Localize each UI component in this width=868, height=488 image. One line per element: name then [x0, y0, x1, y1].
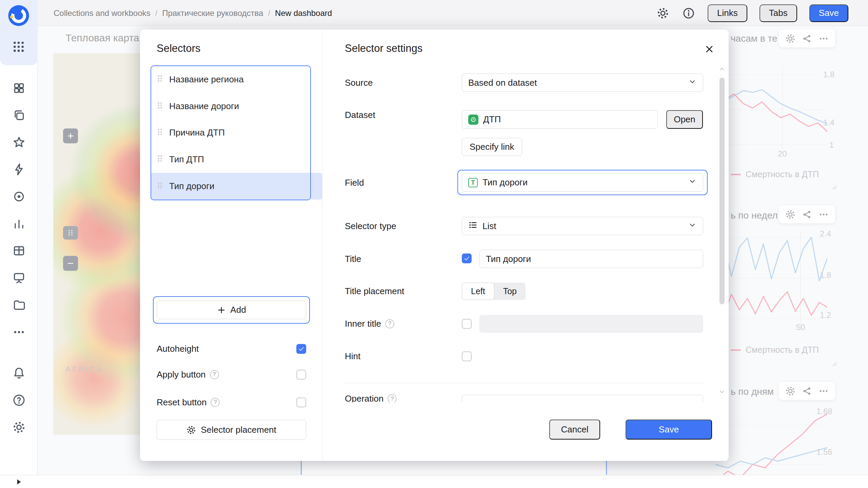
scrollbar-thumb[interactable] [719, 78, 725, 304]
reset-button-row: Reset button? [157, 395, 306, 410]
operation-select[interactable] [462, 395, 703, 402]
operation-row-clipped: Operation ? [345, 388, 703, 402]
star-icon[interactable] [13, 136, 25, 149]
plus-icon [217, 305, 226, 315]
autoheight-label: Autoheight [157, 344, 199, 354]
presentation-icon[interactable] [13, 271, 25, 284]
selector-item-label: Тип ДТП [169, 154, 204, 165]
hint-checkbox[interactable] [462, 351, 472, 361]
tabs-button[interactable]: Tabs [760, 4, 797, 22]
field-label: Field [345, 178, 364, 187]
selector-list-item[interactable]: ⠿ Название дороги [151, 93, 310, 120]
reset-button-checkbox[interactable] [296, 398, 306, 407]
monitoring-icon[interactable] [13, 190, 25, 203]
breadcrumb-collections[interactable]: Collections and workbooks [54, 8, 150, 18]
field-select[interactable]: T Тип дороги [462, 173, 703, 192]
selector-list-item[interactable]: ⠿ Тип ДТП [151, 146, 310, 173]
chevron-down-icon [688, 77, 697, 88]
selector-item-label: Причина ДТП [169, 127, 225, 138]
title-input[interactable] [479, 250, 703, 268]
add-button-highlight: Add [153, 296, 310, 324]
bell-icon[interactable] [13, 367, 25, 380]
selector-item-label: Тип дороги [169, 181, 214, 191]
dataset-icon [468, 115, 478, 125]
placement-left-option[interactable]: Left [462, 283, 494, 300]
sidebar-nav [0, 82, 38, 339]
chevron-down-icon [688, 221, 697, 232]
more-icon[interactable] [13, 326, 25, 339]
title-label: Title [345, 254, 361, 264]
header-save-button[interactable]: Save [809, 4, 848, 22]
header-actions: Links Tabs Save [656, 0, 848, 26]
apps-grid-icon[interactable] [12, 40, 25, 54]
breadcrumb-separator: / [155, 8, 157, 18]
folder-icon[interactable] [13, 299, 25, 311]
drag-handle-icon[interactable]: ⠿ [157, 154, 163, 165]
drag-handle-icon[interactable]: ⠿ [157, 127, 163, 138]
help-icon[interactable]: ? [388, 394, 397, 402]
title-checkbox[interactable] [462, 253, 472, 263]
selectors-panel: Selectors ⠿ Название региона ⠿ Название … [140, 29, 323, 461]
autoheight-checkbox[interactable] [296, 344, 306, 354]
selector-item-label: Название региона [169, 74, 244, 85]
dialog-save-button[interactable]: Save [626, 420, 712, 440]
help-icon[interactable] [13, 394, 25, 407]
breadcrumb: Collections and workbooks / Практические… [54, 0, 332, 26]
autoheight-row: Autoheight [157, 341, 306, 356]
inner-title-checkbox[interactable] [462, 319, 472, 329]
selector-type-label: Selector type [345, 221, 396, 231]
apply-button-row: Apply button? [157, 367, 306, 382]
add-button-label: Add [230, 305, 246, 315]
close-icon[interactable] [703, 42, 716, 56]
scroll-down-icon[interactable] [718, 388, 726, 395]
selected-item-highlight [311, 173, 322, 200]
breadcrumb-current: New dashboard [275, 8, 332, 18]
dataset-value: ДТП [483, 114, 501, 125]
selector-type-select[interactable]: List [462, 217, 703, 235]
widgets-icon[interactable] [13, 82, 25, 95]
selectors-dialog: Selectors ⠿ Название региона ⠿ Название … [140, 29, 729, 461]
chevron-down-icon [688, 177, 697, 188]
expand-icon[interactable] [14, 477, 23, 486]
breadcrumb-guides[interactable]: Практические руководства [162, 8, 263, 18]
drag-handle-icon[interactable]: ⠿ [157, 101, 163, 111]
gear-icon [186, 425, 196, 435]
selector-list-item[interactable]: ⠿ Название региона [151, 66, 310, 93]
inner-title-label: Inner title ? [345, 319, 394, 328]
scroll-up-icon[interactable] [718, 65, 726, 73]
copy-layers-icon[interactable] [13, 109, 25, 122]
dataset-field[interactable]: ДТП [462, 110, 658, 129]
settings-icon[interactable] [13, 421, 25, 434]
settings-panel-title: Selector settings [345, 42, 422, 55]
help-icon[interactable]: ? [211, 398, 220, 407]
table-icon[interactable] [13, 244, 25, 257]
selectors-list: ⠿ Название региона ⠿ Название дороги ⠿ П… [151, 65, 311, 200]
lightning-icon[interactable] [13, 163, 25, 176]
cancel-button[interactable]: Cancel [549, 420, 600, 440]
selector-list-item-selected[interactable]: ⠿ Тип дороги [151, 173, 310, 200]
title-placement-segmented: Left Top [462, 283, 526, 300]
info-icon[interactable] [682, 6, 695, 20]
specify-link-button[interactable]: Specify link [462, 138, 522, 156]
drag-handle-icon[interactable]: ⠿ [157, 181, 163, 191]
open-dataset-button[interactable]: Open [666, 110, 703, 129]
datalens-logo-icon[interactable] [8, 5, 29, 26]
bar-chart-icon[interactable] [13, 217, 25, 230]
source-label: Source [345, 78, 373, 87]
breadcrumb-separator: / [268, 8, 270, 18]
links-button[interactable]: Links [708, 4, 747, 22]
selector-type-value: List [482, 221, 496, 231]
add-selector-button[interactable]: Add [157, 301, 306, 319]
selector-item-label: Название дороги [169, 101, 239, 111]
settings-icon[interactable] [656, 6, 670, 20]
selector-placement-button[interactable]: Selector placement [157, 420, 306, 440]
drag-handle-icon[interactable]: ⠿ [157, 74, 163, 85]
apply-button-checkbox[interactable] [296, 370, 306, 380]
help-icon[interactable]: ? [385, 319, 394, 328]
placement-top-option[interactable]: Top [494, 283, 526, 300]
source-select[interactable]: Based on dataset [462, 74, 703, 92]
selector-list-item[interactable]: ⠿ Причина ДТП [151, 120, 310, 146]
selectors-panel-title: Selectors [157, 42, 200, 55]
apply-button-label: Apply button [157, 369, 206, 380]
help-icon[interactable]: ? [210, 370, 219, 379]
